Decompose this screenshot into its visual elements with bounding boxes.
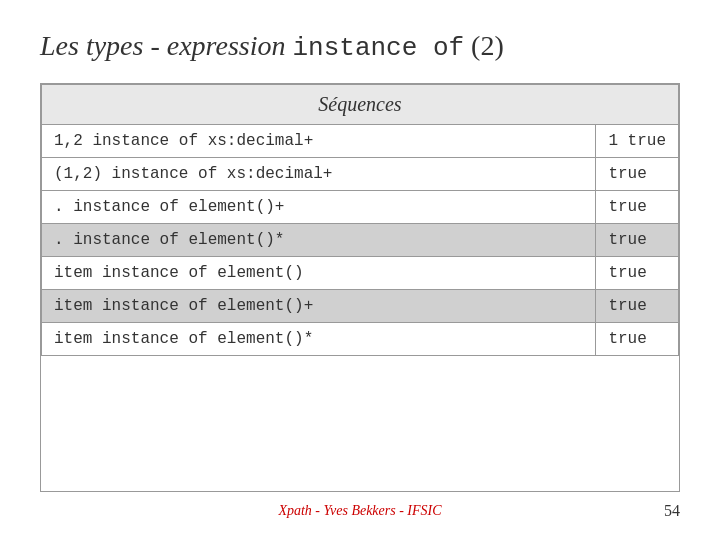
table-header-row: Séquences — [42, 85, 679, 125]
table-row: . instance of element()+true — [42, 191, 679, 224]
slide: Les types - expression instance of (2) S… — [0, 0, 720, 540]
table-row: item instance of element()true — [42, 257, 679, 290]
expression-cell: . instance of element()+ — [42, 191, 596, 224]
slide-title: Les types - expression instance of (2) — [40, 30, 680, 63]
main-table-container: Séquences 1,2 instance of xs:decimal+1 t… — [40, 83, 680, 492]
result-cell: true — [596, 290, 679, 323]
footer-label: Xpath - Yves Bekkers - IFSIC — [70, 503, 650, 519]
result-cell: true — [596, 158, 679, 191]
title-num: (2) — [464, 30, 504, 61]
expression-cell: item instance of element()+ — [42, 290, 596, 323]
table-row: item instance of element()*true — [42, 323, 679, 356]
expression-cell: (1,2) instance of xs:decimal+ — [42, 158, 596, 191]
expression-cell: . instance of element()* — [42, 224, 596, 257]
title-text-1: Les types - expression — [40, 30, 292, 61]
result-cell: true — [596, 257, 679, 290]
expression-cell: item instance of element() — [42, 257, 596, 290]
result-cell: true — [596, 224, 679, 257]
slide-footer: Xpath - Yves Bekkers - IFSIC 54 — [40, 492, 680, 520]
expression-cell: item instance of element()* — [42, 323, 596, 356]
table-row: . instance of element()*true — [42, 224, 679, 257]
expression-cell: 1,2 instance of xs:decimal+ — [42, 125, 596, 158]
title-code: instance of — [292, 33, 464, 63]
footer-page: 54 — [650, 502, 680, 520]
expressions-table: Séquences 1,2 instance of xs:decimal+1 t… — [41, 84, 679, 356]
result-cell: true — [596, 191, 679, 224]
result-cell: 1 true — [596, 125, 679, 158]
table-row: item instance of element()+true — [42, 290, 679, 323]
table-row: 1,2 instance of xs:decimal+1 true — [42, 125, 679, 158]
result-cell: true — [596, 323, 679, 356]
table-header: Séquences — [42, 85, 679, 125]
table-row: (1,2) instance of xs:decimal+true — [42, 158, 679, 191]
